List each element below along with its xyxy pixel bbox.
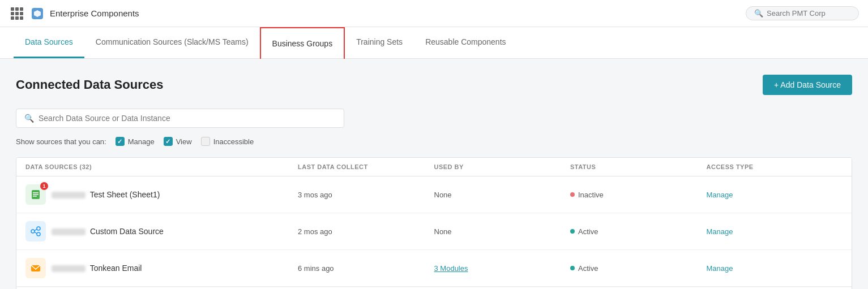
- manage-checkbox[interactable]: [116, 137, 125, 146]
- datasource-icon: [25, 258, 46, 278]
- cell-last-collect: 6 mins ago: [298, 264, 434, 273]
- tab-business-groups[interactable]: Business Groups: [260, 27, 345, 59]
- datasource-name: Custom Data Source: [90, 227, 164, 236]
- filter-manage[interactable]: Manage: [116, 137, 155, 146]
- tab-reusable-components[interactable]: Reusable Components: [414, 27, 517, 58]
- col-status: STATUS: [570, 163, 707, 170]
- tab-communication-sources[interactable]: Communication Sources (Slack/MS Teams): [84, 27, 260, 58]
- svg-line-8: [35, 229, 37, 231]
- filter-label: Show sources that you can:: [16, 137, 106, 146]
- cell-access-type: Manage: [707, 227, 843, 236]
- manage-label: Manage: [128, 137, 155, 146]
- status-dot: [570, 266, 575, 270]
- cell-last-collect: 2 mos ago: [298, 227, 434, 236]
- table-row: Custom Data Source 2 mos ago None Active…: [16, 213, 852, 250]
- datasource-icon: [25, 221, 46, 241]
- global-search[interactable]: 🔍: [746, 6, 859, 20]
- cell-access-type: Manage: [707, 264, 843, 273]
- cell-name: Custom Data Source: [25, 221, 298, 241]
- global-search-input[interactable]: [767, 9, 846, 18]
- app-title: Enterprise Components: [50, 8, 139, 18]
- col-last-collect: LAST DATA COLLECT: [298, 163, 434, 170]
- svg-rect-2: [33, 192, 39, 193]
- datasource-icon: 1: [25, 184, 46, 205]
- search-icon: 🔍: [24, 114, 34, 123]
- col-data-sources: DATA SOURCES (32): [25, 163, 298, 170]
- svg-point-7: [37, 232, 40, 236]
- svg-marker-0: [34, 10, 41, 17]
- filter-row: Show sources that you can: Manage View I…: [16, 137, 852, 146]
- datasource-name-block: Custom Data Source: [52, 227, 164, 236]
- view-label: View: [176, 137, 192, 146]
- view-checkbox[interactable]: [164, 137, 173, 146]
- content-header: Connected Data Sources + Add Data Source: [16, 75, 852, 95]
- col-access-type: ACCESS TYPE: [707, 163, 843, 170]
- cell-name: 1 Test Sheet (Sheet1): [25, 184, 298, 205]
- svg-rect-4: [33, 196, 37, 197]
- name-blur: [52, 228, 85, 235]
- cell-name: Tonkean Email: [25, 258, 298, 278]
- name-blur: [52, 192, 85, 199]
- alert-badge: 1: [40, 182, 48, 190]
- table-header: DATA SOURCES (32) LAST DATA COLLECT USED…: [16, 158, 852, 176]
- grid-icon[interactable]: [9, 6, 25, 21]
- svg-point-6: [37, 227, 40, 230]
- cell-status: Active: [570, 264, 707, 273]
- tabbar: Data Sources Communication Sources (Slac…: [0, 27, 868, 59]
- add-data-source-button[interactable]: + Add Data Source: [763, 75, 852, 95]
- datasource-name: Test Sheet (Sheet1): [90, 190, 160, 199]
- col-used-by: USED BY: [434, 163, 571, 170]
- status-label: Active: [578, 264, 598, 273]
- status-dot: [570, 229, 575, 234]
- cell-last-collect: 3 mos ago: [298, 191, 434, 199]
- table-row: 1 Test Sheet (Sheet1) 3 mos ago None Ina…: [16, 176, 852, 213]
- cell-used-by: None: [434, 191, 571, 199]
- filter-view[interactable]: View: [164, 137, 192, 146]
- modules-link[interactable]: 3 Modules: [434, 264, 468, 273]
- manage-link[interactable]: Manage: [707, 191, 733, 199]
- cell-status: Active: [570, 227, 707, 236]
- data-sources-table: DATA SOURCES (32) LAST DATA COLLECT USED…: [16, 157, 852, 289]
- page-title: Connected Data Sources: [16, 77, 163, 92]
- search-icon: 🔍: [754, 9, 763, 18]
- datasource-search-input[interactable]: [39, 114, 336, 123]
- datasource-name-block: Test Sheet (Sheet1): [52, 190, 160, 199]
- inaccessible-checkbox[interactable]: [201, 137, 210, 146]
- datasource-name-block: Tonkean Email: [52, 264, 142, 273]
- cell-access-type: Manage: [707, 190, 843, 199]
- status-dot: [570, 192, 575, 197]
- cell-status: Inactive: [570, 191, 707, 199]
- cell-used-by: None: [434, 227, 571, 236]
- svg-point-5: [31, 230, 35, 233]
- tab-training-sets[interactable]: Training Sets: [345, 27, 414, 58]
- manage-link[interactable]: Manage: [707, 264, 733, 273]
- main-content: Connected Data Sources + Add Data Source…: [0, 59, 868, 289]
- name-blur: [52, 265, 85, 272]
- tab-data-sources[interactable]: Data Sources: [14, 27, 84, 58]
- table-row: Tonkean Email 6 mins ago 3 Modules Activ…: [16, 250, 852, 287]
- topbar: Enterprise Components 🔍: [0, 0, 868, 27]
- svg-rect-3: [33, 194, 39, 195]
- table-row-partial: [16, 287, 852, 289]
- datasource-name: Tonkean Email: [90, 264, 142, 273]
- app-logo: [32, 8, 43, 19]
- inaccessible-label: Inaccessible: [213, 137, 254, 146]
- manage-link[interactable]: Manage: [707, 227, 733, 236]
- svg-line-9: [35, 232, 37, 234]
- filter-inaccessible[interactable]: Inaccessible: [201, 137, 254, 146]
- status-label: Inactive: [578, 191, 604, 199]
- status-label: Active: [578, 227, 598, 236]
- datasource-search-box[interactable]: 🔍: [16, 109, 344, 128]
- cell-used-by: 3 Modules: [434, 264, 571, 273]
